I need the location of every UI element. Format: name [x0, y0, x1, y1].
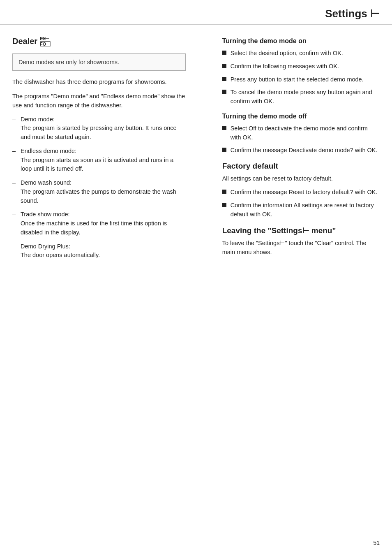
bullet-icon — [222, 126, 226, 130]
list-item-title: Trade show mode: — [21, 211, 70, 218]
dealer-title: Dealer — [12, 37, 37, 46]
bullet-icon — [222, 203, 226, 207]
svg-text:EX: EX — [40, 36, 46, 41]
factory-default-heading: Factory default — [222, 162, 380, 171]
bullet-text: Confirm the information All settings are… — [231, 201, 380, 219]
bullet-icon — [222, 51, 226, 55]
dash-icon: – — [12, 147, 21, 174]
leaving-text-icon: ⊢ — [279, 240, 285, 246]
leaving-text: To leave the "Settings — [222, 240, 280, 246]
list-item-trade-show: – Trade show mode: Once the machine is u… — [12, 210, 186, 237]
turning-off-list: Select Off to deactivate the demo mode a… — [222, 124, 380, 155]
turning-on-heading: Turning the demo mode on — [222, 37, 380, 45]
list-item-title: Demo wash sound: — [21, 179, 71, 186]
content-wrapper: Dealer EX FO Demo modes are only for sho… — [0, 25, 392, 275]
header-title-text: Settings — [325, 7, 367, 20]
vertical-divider — [204, 35, 204, 265]
bullet-text: Select Off to deactivate the demo mode a… — [231, 124, 380, 142]
dash-icon: – — [12, 242, 21, 260]
leaving-heading-text: Leaving the "Settings — [222, 226, 302, 235]
list-item: To cancel the demo mode press any button… — [222, 88, 380, 106]
leaving-heading-icon: ⊢ — [302, 226, 309, 235]
bullet-icon — [222, 190, 226, 194]
bullet-icon — [222, 77, 226, 81]
list-item-desc: The program starts as soon as it is acti… — [21, 157, 173, 172]
list-item-title: Endless demo mode: — [21, 148, 76, 154]
bullet-text: Press any button to start the selected d… — [231, 75, 364, 84]
bullet-icon — [222, 148, 226, 152]
list-item-desc: Once the machine is used for the first t… — [21, 220, 167, 236]
list-item-demo-wash: – Demo wash sound: The program activates… — [12, 178, 186, 205]
page-header: Settings ⊢ — [0, 0, 392, 25]
list-item-content: Trade show mode: Once the machine is use… — [21, 210, 186, 237]
factory-default-list: Confirm the message Reset to factory def… — [222, 188, 380, 219]
list-item-content: Demo mode: The program is started by pre… — [21, 115, 186, 142]
intro-text-1: The dishwasher has three demo programs f… — [12, 77, 186, 86]
list-item-endless-demo: – Endless demo mode: The program starts … — [12, 147, 186, 174]
list-item-desc: The program is started by pressing any b… — [21, 125, 177, 140]
turning-off-heading: Turning the demo mode off — [222, 113, 380, 120]
left-column: Dealer EX FO Demo modes are only for sho… — [12, 35, 190, 265]
leaving-heading: Leaving the "Settings⊢ menu" — [222, 226, 380, 235]
bullet-icon — [222, 64, 226, 68]
list-item: Confirm the information All settings are… — [222, 201, 380, 219]
list-item: Confirm the message Deactivate demo mode… — [222, 146, 380, 155]
dealer-header: Dealer EX FO — [12, 35, 186, 48]
list-item-title: Demo Drying Plus: — [21, 243, 70, 250]
list-item-content: Endless demo mode: The program starts as… — [21, 147, 186, 174]
bullet-text: Confirm the following messages with OK. — [231, 62, 339, 71]
list-item-desc: The door opens automatically. — [21, 252, 100, 258]
dash-icon: – — [12, 178, 21, 205]
leaving-body-text: To leave the "Settings⊢" touch the "Clea… — [222, 239, 380, 257]
intro-text-2: The programs "Demo mode" and "Endless de… — [12, 92, 186, 110]
list-item: Confirm the message Reset to factory def… — [222, 188, 380, 197]
dealer-icon: EX FO — [40, 35, 55, 48]
right-column: Turning the demo mode on Select the desi… — [218, 35, 380, 265]
dash-icon: – — [12, 210, 21, 237]
factory-default-intro: All settings can be reset to factory def… — [222, 174, 380, 183]
turning-on-list: Select the desired option, confirm with … — [222, 49, 380, 106]
list-item-desc: The program activates the pumps to demon… — [21, 188, 176, 204]
list-item-content: Demo Drying Plus: The door opens automat… — [21, 242, 186, 260]
bullet-text: Confirm the message Deactivate demo mode… — [231, 146, 378, 155]
list-item: Confirm the following messages with OK. — [222, 62, 380, 71]
bullet-text: Select the desired option, confirm with … — [231, 49, 343, 58]
info-box: Demo modes are only for showrooms. — [12, 53, 186, 71]
header-settings-icon: ⊢ — [370, 7, 380, 20]
bullet-text: To cancel the demo mode press any button… — [231, 88, 380, 106]
header-title: Settings ⊢ — [325, 7, 380, 20]
page-number: 51 — [373, 540, 380, 546]
list-item-demo-mode: – Demo mode: The program is started by p… — [12, 115, 186, 142]
list-item: Press any button to start the selected d… — [222, 75, 380, 84]
dash-icon: – — [12, 115, 21, 142]
list-item-title: Demo mode: — [21, 116, 55, 123]
list-item-demo-drying: – Demo Drying Plus: The door opens autom… — [12, 242, 186, 260]
list-item: Select Off to deactivate the demo mode a… — [222, 124, 380, 142]
dealer-ex-fo-icon: EX FO — [40, 35, 55, 46]
bullet-icon — [222, 90, 226, 94]
leaving-heading-end: menu" — [309, 226, 336, 235]
svg-text:FO: FO — [40, 42, 46, 46]
list-item: Select the desired option, confirm with … — [222, 49, 380, 58]
bullet-text: Confirm the message Reset to factory def… — [231, 188, 378, 197]
list-item-content: Demo wash sound: The program activates t… — [21, 178, 186, 205]
info-box-text: Demo modes are only for showrooms. — [18, 59, 119, 65]
